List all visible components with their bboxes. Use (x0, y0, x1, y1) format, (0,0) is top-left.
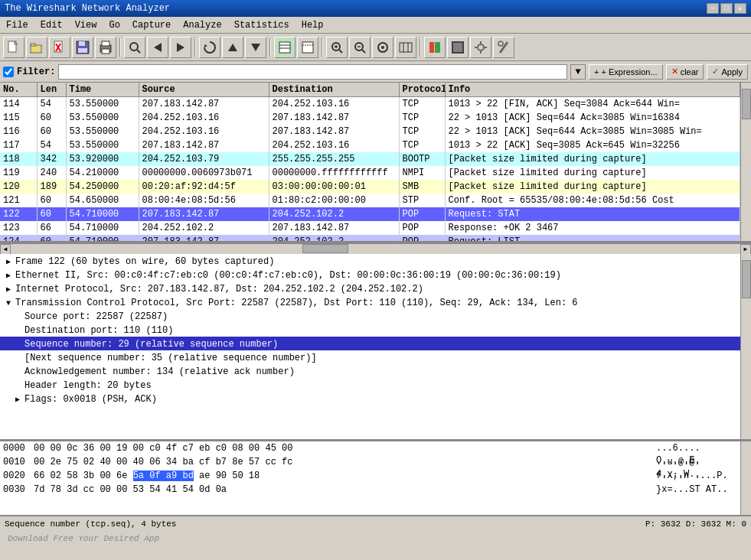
detail-line[interactable]: Destination port: 110 (110) (0, 323, 751, 337)
expand-icon: ▶ (6, 269, 15, 283)
table-row[interactable]: 1156053.550000204.252.103.16207.183.142.… (0, 111, 740, 125)
zoom-in-button[interactable] (326, 37, 348, 58)
display-filter-button[interactable] (447, 37, 469, 58)
forward-button[interactable] (170, 37, 191, 58)
svg-rect-12 (102, 49, 109, 54)
title-bar: The Wireshark Network Analyzer ─ □ ✕ (0, 0, 751, 17)
svg-marker-15 (154, 43, 162, 52)
expand-icon: ▼ (6, 297, 15, 311)
table-row[interactable]: 1226054.710000207.183.142.87204.252.102.… (0, 207, 740, 221)
maximize-button[interactable]: □ (720, 3, 733, 14)
filter-input[interactable] (58, 64, 567, 80)
detail-line[interactable]: ▶Flags: 0x0018 (PSH, ACK) (0, 392, 751, 405)
h-scroll-left[interactable]: ◀ (0, 244, 11, 255)
detail-line[interactable]: Sequence number: 29 (relative sequence n… (0, 337, 751, 350)
table-row[interactable]: 1246054.710000207.183.142.87204.252.102.… (0, 235, 740, 242)
open-button[interactable] (26, 37, 47, 58)
hex-line[interactable]: 002066 02 58 3b 00 6e 5a 0f a9 bd ae 90 … (0, 469, 751, 483)
table-row[interactable]: 1166053.550000204.252.103.16207.183.142.… (0, 125, 740, 138)
svg-point-33 (381, 46, 384, 49)
resize-columns-button[interactable] (395, 37, 416, 58)
hex-dump-lines: 000000 00 0c 36 00 19 00 c0 4f c7 eb c0 … (0, 441, 751, 497)
detail-scroll-thumb[interactable] (742, 260, 751, 298)
packet-detail: ▶Frame 122 (60 bytes on wire, 60 bytes c… (0, 254, 751, 441)
back-button[interactable] (147, 37, 168, 58)
table-row[interactable]: 11924054.21000000000000.0060973b07100000… (0, 166, 740, 180)
capture-list-button[interactable] (274, 37, 296, 58)
tools-button[interactable] (493, 37, 514, 58)
new-capture-button[interactable] (3, 37, 24, 58)
menu-help[interactable]: Help (299, 19, 327, 31)
menu-statistics[interactable]: Statistics (231, 19, 292, 31)
detail-line[interactable]: Header length: 20 bytes (0, 378, 751, 392)
sep-5 (420, 38, 421, 57)
h-scrollbar: ◀ ▶ (0, 243, 751, 254)
status-bar: Sequence number (tcp.seq), 4 bytes P: 36… (0, 516, 751, 531)
zoom-reset-button[interactable] (372, 37, 393, 58)
packet-list-container: No. Len Time Source Destination Protocol… (0, 83, 751, 243)
close-window-button[interactable]: ✕ (734, 3, 746, 14)
apply-button[interactable]: ✓ Apply (707, 64, 748, 80)
find-packet-button[interactable] (124, 37, 145, 58)
h-scroll-right[interactable]: ▶ (740, 244, 751, 255)
packet-scroll-thumb[interactable] (742, 89, 751, 119)
up-button[interactable] (222, 37, 243, 58)
coloring-rules-button[interactable] (424, 37, 446, 58)
clear-button[interactable]: ✕ clear (666, 64, 704, 80)
minimize-button[interactable]: ─ (707, 3, 719, 14)
plus-icon: + (594, 67, 599, 77)
svg-rect-23 (302, 42, 313, 53)
preferences-button[interactable] (470, 37, 491, 58)
save-button[interactable] (72, 37, 93, 58)
toolbar (0, 34, 751, 61)
svg-rect-20 (279, 42, 290, 53)
col-header-no: No. (0, 83, 37, 97)
expand-icon: ▶ (15, 393, 24, 407)
hex-line[interactable]: 00307d 78 3d cc 00 00 53 54 41 54 0d 0a}… (0, 483, 751, 497)
detail-line[interactable]: ▼Transmission Control Protocol, Src Port… (0, 295, 751, 309)
table-row[interactable]: 1236654.710000204.252.102.2207.183.142.8… (0, 221, 740, 235)
table-row[interactable]: 1175453.550000207.183.142.87204.252.103.… (0, 138, 740, 152)
detail-line[interactable]: ▶Frame 122 (60 bytes on wire, 60 bytes c… (0, 254, 751, 268)
filter-checkbox[interactable] (3, 67, 14, 77)
detail-line[interactable]: Source port: 22587 (22587) (0, 309, 751, 323)
table-row[interactable]: 11834253.920000204.252.103.79255.255.255… (0, 152, 740, 166)
table-row[interactable]: 1216054.65000008:00:4e:08:5d:5601:80:c2:… (0, 194, 740, 207)
detail-scrollbar[interactable] (740, 254, 751, 439)
sep-3 (269, 38, 271, 57)
close-capture-button[interactable] (49, 37, 70, 58)
packet-scrollbar[interactable] (740, 83, 751, 241)
svg-point-47 (498, 41, 503, 46)
filter-dropdown-button[interactable]: ▼ (570, 64, 586, 80)
col-header-source: Source (139, 83, 269, 97)
col-header-destination: Destination (269, 83, 399, 97)
expression-button[interactable]: + + Expression... (589, 64, 663, 80)
reload-button[interactable] (199, 37, 220, 58)
table-row[interactable]: 1145453.550000207.183.142.87204.252.103.… (0, 97, 740, 111)
detail-line[interactable]: Acknowledgement number: 134 (relative ac… (0, 364, 751, 378)
detail-line[interactable]: ▶Ethernet II, Src: 00:c0:4f:c7:eb:c0 (00… (0, 268, 751, 282)
down-button[interactable] (245, 37, 266, 58)
hex-line[interactable]: 000000 00 0c 36 00 19 00 c0 4f c7 eb c0 … (0, 441, 751, 455)
filter-label: Filter: (17, 67, 55, 77)
print-button[interactable] (95, 37, 116, 58)
menu-file[interactable]: File (3, 19, 31, 31)
zoom-out-button[interactable] (349, 37, 371, 58)
hex-line[interactable]: 001000 2e 75 02 40 00 40 06 34 ba cf b7 … (0, 455, 751, 469)
sep-4 (322, 38, 323, 57)
menu-edit[interactable]: Edit (38, 19, 66, 31)
hex-scrollbar[interactable] (740, 441, 751, 515)
watermark: Download Free Your Desired App (8, 534, 159, 543)
svg-rect-3 (31, 44, 35, 46)
menu-view[interactable]: View (72, 19, 100, 31)
menu-go[interactable]: Go (106, 19, 122, 31)
detail-line[interactable]: ▶Internet Protocol, Src: 207.183.142.87,… (0, 282, 751, 295)
detail-line[interactable]: [Next sequence number: 35 (relative sequ… (0, 350, 751, 364)
h-scroll-thumb[interactable] (302, 244, 348, 253)
svg-rect-40 (453, 43, 462, 52)
menu-analyze[interactable]: Analyze (180, 19, 224, 31)
capture-list2-button[interactable] (297, 37, 318, 58)
svg-point-41 (478, 44, 484, 50)
menu-capture[interactable]: Capture (129, 19, 174, 31)
table-row[interactable]: 12018954.25000000:20:af:92:d4:5f03:00:00… (0, 180, 740, 194)
